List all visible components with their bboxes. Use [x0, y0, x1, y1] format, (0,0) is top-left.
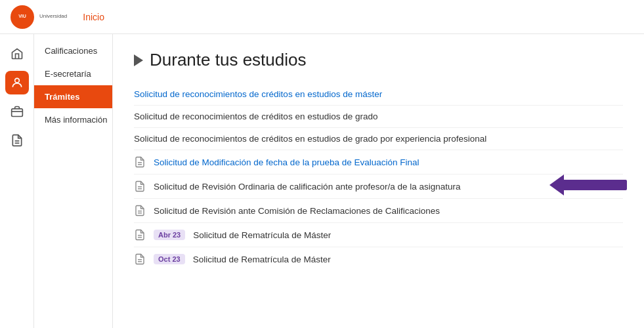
- svg-rect-10: [563, 180, 627, 190]
- doc-icon-5: [134, 180, 146, 192]
- item-text-3: Solicitud de reconocimientos de créditos…: [134, 134, 486, 144]
- home-icon: [11, 47, 24, 60]
- item-text-6: Solicitud de Revisión ante Comisión de R…: [154, 206, 440, 216]
- sidebar-icon-home[interactable]: [5, 42, 29, 66]
- list-item: Solicitud de reconocimientos de créditos…: [134, 106, 623, 128]
- logo-area: VIU Universidad: [11, 5, 67, 29]
- item-text-7: Solicitud de Rematrícula de Máster: [193, 230, 331, 240]
- doc-icon-8: [134, 253, 146, 265]
- section-title-row: Durante tus estudios: [134, 50, 623, 70]
- document-icon: [11, 134, 24, 147]
- doc-icon-4: [134, 156, 146, 168]
- list-item: Solicitud de Revisión Ordinaria de calif…: [134, 174, 623, 199]
- list-item: Solicitud de Modificación de fecha de la…: [134, 150, 623, 174]
- item-text-8: Solicitud de Rematrícula de Máster: [193, 255, 331, 264]
- main-content: Durante tus estudios Solicitud de recono…: [113, 34, 644, 328]
- sidebar-icons: [0, 34, 34, 328]
- top-header: VIU Universidad Inicio: [0, 0, 644, 34]
- briefcase-icon: [11, 105, 24, 118]
- dropdown-menu: Calificaciones E-secretaría Trámites Más…: [34, 34, 113, 328]
- menu-item-tramites[interactable]: Trámites: [34, 85, 112, 108]
- item-text-4[interactable]: Solicitud de Modificación de fecha de la…: [154, 157, 419, 167]
- badge-abr23: Abr 23: [154, 230, 185, 240]
- logo-text: VIU: [18, 14, 26, 19]
- sidebar-icon-document[interactable]: [5, 129, 29, 152]
- svg-marker-9: [549, 174, 564, 195]
- list-item: Solicitud de reconocimientos de créditos…: [134, 128, 623, 150]
- item-text-1[interactable]: Solicitud de reconocimientos de créditos…: [134, 89, 382, 99]
- section-title: Durante tus estudios: [150, 50, 306, 70]
- university-name: Universidad: [39, 13, 67, 20]
- inicio-link[interactable]: Inicio: [83, 12, 104, 22]
- item-text-5: Solicitud de Revisión Ordinaria de calif…: [154, 182, 461, 192]
- svg-rect-1: [11, 109, 22, 117]
- arrow-annotation: [549, 173, 628, 199]
- menu-item-calificaciones[interactable]: Calificaciones: [34, 39, 112, 62]
- menu-item-esecretaria[interactable]: E-secretaría: [34, 62, 112, 85]
- item-text-2: Solicitud de reconocimientos de créditos…: [134, 112, 377, 121]
- university-logo: VIU: [11, 5, 34, 29]
- sidebar-icon-user[interactable]: [5, 71, 29, 94]
- doc-icon-7: [134, 229, 146, 241]
- svg-point-0: [14, 78, 19, 83]
- list-item: Abr 23 Solicitud de Rematrícula de Máste…: [134, 223, 623, 247]
- list-item: Oct 23 Solicitud de Rematrícula de Máste…: [134, 247, 623, 271]
- doc-icon-6: [134, 205, 146, 216]
- list-items: Solicitud de reconocimientos de créditos…: [134, 83, 623, 271]
- list-item: Solicitud de reconocimientos de créditos…: [134, 83, 623, 106]
- play-icon: [134, 54, 143, 66]
- arrow-shape: [549, 173, 628, 197]
- menu-item-mas-informacion[interactable]: Más información: [34, 108, 112, 131]
- main-layout: Calificaciones E-secretaría Trámites Más…: [0, 34, 644, 328]
- sidebar-icon-briefcase[interactable]: [5, 100, 29, 123]
- badge-oct23: Oct 23: [154, 254, 185, 264]
- user-icon: [11, 76, 24, 89]
- list-item: Solicitud de Revisión ante Comisión de R…: [134, 199, 623, 223]
